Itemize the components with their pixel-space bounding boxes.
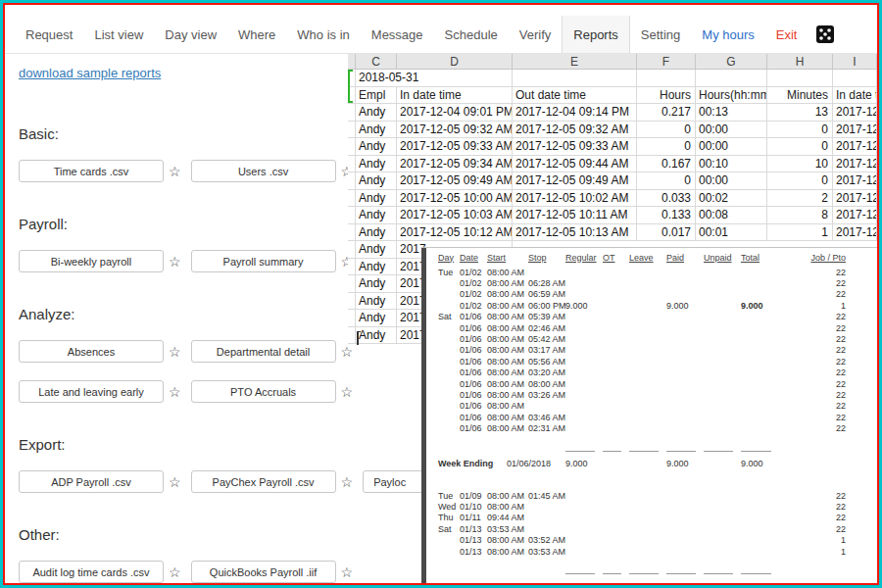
sheet-cell[interactable]: 00:00 bbox=[696, 172, 767, 190]
sheet-cell[interactable]: Andy bbox=[356, 310, 397, 327]
report-button-late-and-leaving-early[interactable]: Late and leaving early bbox=[19, 380, 164, 403]
sheet-cell[interactable]: 2017-12-05 10:02 AM bbox=[513, 190, 637, 208]
report-button-payroll-summary[interactable]: Payroll summary bbox=[191, 250, 336, 272]
sheet-cell[interactable]: Andy bbox=[356, 293, 397, 311]
sheet-cell[interactable]: 0.217 bbox=[637, 104, 696, 122]
nav-item-list-view[interactable]: List view bbox=[83, 16, 154, 53]
sheet-cell[interactable]: 0.017 bbox=[637, 224, 696, 242]
favorite-star-icon[interactable]: ☆ bbox=[341, 475, 354, 489]
sheet-cell[interactable]: 00:13 bbox=[696, 104, 767, 122]
sheet-cell[interactable]: 00:02 bbox=[696, 190, 767, 208]
column-letter-F[interactable]: F bbox=[637, 54, 696, 70]
report-button-pto-accruals[interactable]: PTO Accruals bbox=[191, 380, 336, 403]
sheet-cell[interactable]: 00:01 bbox=[696, 224, 767, 242]
nav-item-who-is-in[interactable]: Who is in bbox=[286, 16, 360, 53]
sheet-cell[interactable]: 10 bbox=[767, 156, 833, 173]
column-letter-H[interactable]: H bbox=[767, 54, 833, 70]
sheet-cell[interactable]: 2017-12- bbox=[833, 122, 877, 139]
nav-item-exit[interactable]: Exit bbox=[765, 16, 808, 53]
sheet-cell[interactable]: 0 bbox=[767, 172, 833, 190]
sheet-cell[interactable]: 2017-12-04 09:01 PM bbox=[397, 104, 513, 122]
dice-icon[interactable] bbox=[815, 24, 835, 44]
sheet-cell[interactable]: Andy bbox=[356, 275, 397, 293]
favorite-star-icon[interactable]: ☆ bbox=[169, 345, 181, 359]
column-letter-C[interactable]: C bbox=[356, 54, 397, 70]
sheet-cell[interactable]: 2017-12- bbox=[833, 207, 877, 224]
sheet-cell[interactable]: Andy bbox=[356, 190, 397, 208]
sheet-cell[interactable]: 2017-12-05 09:32 AM bbox=[397, 122, 513, 139]
sheet-cell[interactable]: Andy bbox=[356, 224, 397, 242]
sheet-cell[interactable]: 2017-12-05 09:34 AM bbox=[397, 156, 513, 173]
nav-item-where[interactable]: Where bbox=[227, 16, 286, 53]
sheet-cell[interactable]: 0 bbox=[637, 172, 696, 190]
sheet-cell[interactable]: Andy bbox=[356, 138, 397, 156]
sheet-cell[interactable]: Andy bbox=[356, 241, 397, 259]
report-button-paychex-payroll-csv[interactable]: PayChex Payroll .csv bbox=[191, 470, 336, 493]
column-letter-E[interactable]: E bbox=[513, 54, 637, 70]
sheet-cell[interactable]: 2017-12-05 09:44 AM bbox=[513, 156, 637, 173]
sheet-cell[interactable]: 2017-12-05 09:49 AM bbox=[397, 172, 513, 190]
report-button-bi-weekly-payroll[interactable]: Bi-weekly payroll bbox=[19, 250, 164, 272]
sheet-cell[interactable]: 2017-12-04 09:14 PM bbox=[513, 104, 637, 122]
favorite-star-icon[interactable]: ☆ bbox=[169, 255, 181, 269]
favorite-star-icon[interactable]: ☆ bbox=[169, 475, 181, 489]
sheet-cell[interactable]: 2017-12- bbox=[833, 190, 877, 208]
sheet-cell[interactable]: 2 bbox=[767, 190, 833, 208]
sheet-cell[interactable]: Andy bbox=[356, 207, 397, 224]
report-button-absences[interactable]: Absences bbox=[19, 340, 164, 363]
sheet-cell[interactable]: 2017-12-05 10:13 AM bbox=[513, 224, 637, 242]
sheet-cell[interactable]: 0.133 bbox=[637, 207, 696, 224]
nav-item-request[interactable]: Request bbox=[15, 16, 83, 53]
nav-item-verify[interactable]: Verify bbox=[509, 16, 563, 53]
sheet-cell[interactable]: 2017-12- bbox=[833, 138, 877, 156]
sheet-cell[interactable]: 2017-12-05 10:12 AM bbox=[397, 224, 513, 242]
sheet-cell[interactable]: 0 bbox=[637, 122, 696, 139]
sheet-cell[interactable]: 13 bbox=[767, 104, 833, 122]
download-sample-reports-link[interactable]: download sample reports bbox=[19, 66, 161, 80]
favorite-star-icon[interactable]: ☆ bbox=[169, 385, 181, 399]
nav-item-setting[interactable]: Setting bbox=[630, 16, 691, 53]
sheet-cell[interactable]: 0.033 bbox=[637, 190, 696, 208]
sheet-cell[interactable]: 2017-12-05 09:33 AM bbox=[397, 138, 513, 156]
sheet-cell[interactable]: Andy bbox=[356, 172, 397, 190]
report-button-users-csv[interactable]: Users .csv bbox=[191, 160, 336, 182]
sheet-cell[interactable]: 2017-12- bbox=[833, 172, 877, 190]
sheet-cell[interactable]: 0 bbox=[767, 138, 833, 156]
sheet-cell[interactable]: Andy bbox=[356, 327, 397, 345]
nav-item-day-view[interactable]: Day view bbox=[154, 16, 227, 53]
sheet-cell[interactable]: Andy bbox=[356, 259, 397, 276]
sheet-cell[interactable]: 2017-12- bbox=[833, 224, 877, 242]
column-letter-G[interactable]: G bbox=[696, 54, 767, 70]
favorite-star-icon[interactable]: ☆ bbox=[341, 345, 354, 359]
sheet-cell[interactable]: 00:00 bbox=[696, 138, 767, 156]
favorite-star-icon[interactable]: ☆ bbox=[169, 165, 181, 178]
favorite-star-icon[interactable]: ☆ bbox=[169, 565, 181, 579]
report-button-audit-log-time-cards-csv[interactable]: Audit log time cards .csv bbox=[19, 561, 164, 583]
nav-item-my-hours[interactable]: My hours bbox=[691, 16, 764, 53]
sheet-cell[interactable]: 0.167 bbox=[637, 156, 696, 173]
sheet-cell[interactable]: 00:00 bbox=[696, 122, 767, 139]
column-letter-D[interactable]: D bbox=[397, 54, 513, 70]
report-button-time-cards-csv[interactable]: Time cards .csv bbox=[19, 160, 164, 182]
date-cell[interactable]: 2018-05-31 bbox=[356, 70, 513, 87]
sheet-cell[interactable]: 2017-12-05 09:32 AM bbox=[513, 122, 637, 139]
sheet-cell[interactable]: 8 bbox=[767, 207, 833, 224]
sheet-cell[interactable]: 2017-12-05 10:00 AM bbox=[397, 190, 513, 208]
nav-item-reports[interactable]: Reports bbox=[562, 16, 630, 53]
sheet-cell[interactable]: 2017-12- bbox=[833, 156, 877, 173]
sheet-cell[interactable]: 2017-12-05 10:11 AM bbox=[513, 207, 637, 224]
report-button-quickbooks-payroll-iif[interactable]: QuickBooks Payroll .iif bbox=[191, 561, 336, 583]
sheet-cell[interactable]: 2017-12- bbox=[833, 104, 877, 122]
nav-item-message[interactable]: Message bbox=[361, 16, 434, 53]
favorite-star-icon[interactable]: ☆ bbox=[341, 565, 354, 579]
report-button-departmental-detail[interactable]: Departmental detail bbox=[191, 340, 336, 363]
sheet-cell[interactable]: 0 bbox=[637, 138, 696, 156]
column-letter-I[interactable]: I bbox=[833, 54, 877, 70]
report-button-adp-payroll-csv[interactable]: ADP Payroll .csv bbox=[19, 470, 164, 493]
favorite-star-icon[interactable]: ☆ bbox=[341, 385, 354, 399]
nav-item-schedule[interactable]: Schedule bbox=[434, 16, 509, 53]
sheet-cell[interactable]: 2017-12-05 10:03 AM bbox=[397, 207, 513, 224]
sheet-cell[interactable]: Andy bbox=[356, 104, 397, 122]
sheet-cell[interactable]: 1 bbox=[767, 224, 833, 242]
sheet-cell[interactable]: 2017-12-05 09:33 AM bbox=[513, 138, 637, 156]
